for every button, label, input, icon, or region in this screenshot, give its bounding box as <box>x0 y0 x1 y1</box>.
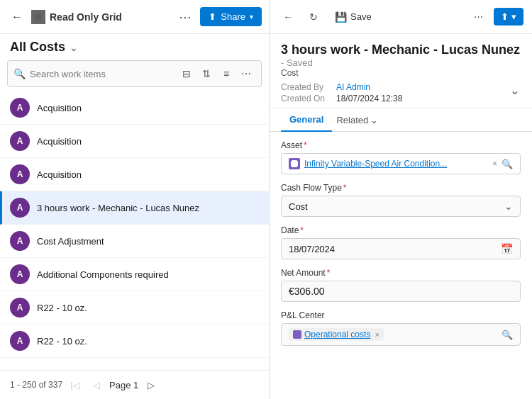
item-label: R22 - 10 oz. <box>37 336 87 347</box>
asset-required: * <box>304 140 307 150</box>
page-title: Read Only Grid <box>50 11 172 23</box>
item-label: Acquisition <box>37 169 82 180</box>
record-saved-badge: - Saved <box>281 57 313 68</box>
avatar: A <box>10 331 30 351</box>
search-bar: 🔍 ⊟ ⇅ ≡ ⋯ <box>7 60 262 87</box>
search-input[interactable] <box>30 69 173 79</box>
toolbar-icons: ⊟ ⇅ ≡ ⋯ <box>177 64 255 83</box>
page-label: Page 1 <box>109 380 138 390</box>
item-label: 3 hours work - Mechanic - Lucas Nunez <box>37 203 199 213</box>
list-item[interactable]: A Acquisition <box>0 125 269 158</box>
item-label: Acquisition <box>37 136 82 147</box>
list-item[interactable]: A Acquisition <box>0 91 269 125</box>
save-label: Save <box>350 11 372 22</box>
search-icon: 🔍 <box>13 68 26 79</box>
next-page-button[interactable]: ▷ <box>143 376 160 393</box>
cash-flow-type-value[interactable]: Cost ⌄ <box>281 196 521 217</box>
list-item[interactable]: A R22 - 10 oz. <box>0 325 269 358</box>
prev-page-button[interactable]: ◁ <box>88 376 105 393</box>
save-icon: 💾 <box>335 11 347 23</box>
pl-tag-text[interactable]: Operational costs <box>304 330 370 339</box>
avatar: A <box>10 298 30 317</box>
calendar-icon[interactable]: 📅 <box>501 243 513 254</box>
filter-button[interactable]: ⊟ <box>177 64 196 83</box>
right-more-button[interactable]: ⋯ <box>468 7 488 27</box>
created-on-row: Created On 18/07/2024 12:38 <box>281 94 402 103</box>
asset-value[interactable]: Infinity Variable-Speed Air Condition...… <box>281 153 521 174</box>
grid-icon: ⊞ <box>31 10 45 24</box>
asset-field: Asset* Infinity Variable-Speed Air Condi… <box>281 140 521 174</box>
cash-flow-type-text: Cost <box>289 201 308 212</box>
created-on-label: Created On <box>281 94 332 103</box>
pl-tag-clear-button[interactable]: × <box>375 330 379 339</box>
item-label: Cost Adjustment <box>37 236 104 247</box>
sort-button[interactable]: ⇅ <box>197 64 216 83</box>
created-by-row: Created By AI Admin <box>281 82 402 92</box>
tab-general[interactable]: General <box>281 108 332 132</box>
list-item[interactable]: A Additional Components required <box>0 258 269 291</box>
pl-center-value[interactable]: Operational costs × 🔍 <box>281 323 521 346</box>
date-label: Date* <box>281 225 521 235</box>
net-amount-value[interactable]: €306.00 <box>281 281 521 302</box>
record-header: 3 hours work - Mechanic - Lucas Nunez - … <box>270 34 532 108</box>
share-icon: ⬆ <box>209 11 216 22</box>
meta-fields: Created By AI Admin Created On 18/07/202… <box>281 82 402 103</box>
net-amount-text: €306.00 <box>289 286 325 297</box>
list-items: A Acquisition A Acquisition A Acquisitio… <box>0 91 269 370</box>
tabs: General Related ⌄ <box>270 108 532 132</box>
right-panel: ← ↻ 💾 Save ⋯ ⬆ ▾ 3 hours work - Mechanic… <box>270 0 532 399</box>
asset-text[interactable]: Infinity Variable-Speed Air Condition... <box>304 159 488 169</box>
save-button[interactable]: 💾 Save <box>329 9 377 26</box>
asset-label: Asset* <box>281 140 521 150</box>
back-button[interactable]: ← <box>7 7 27 27</box>
avatar: A <box>10 231 30 251</box>
first-page-button[interactable]: |◁ <box>67 376 84 393</box>
pl-center-label: P&L Center <box>281 310 521 320</box>
date-required: * <box>300 225 304 235</box>
net-amount-required: * <box>327 268 331 278</box>
list-header: All Costs ⌄ <box>0 34 269 57</box>
created-by-value[interactable]: AI Admin <box>336 82 370 92</box>
date-field: Date* 18/07/2024 📅 <box>281 225 521 259</box>
tab-related[interactable]: Related ⌄ <box>332 109 382 131</box>
item-label: R22 - 10 oz. <box>37 303 87 313</box>
asset-clear-button[interactable]: × <box>492 159 497 169</box>
asset-icon <box>289 158 300 169</box>
cash-flow-type-label: Cash Flow Type* <box>281 183 521 193</box>
list-item[interactable]: A R22 - 10 oz. <box>0 291 269 325</box>
pl-tag: Operational costs × <box>289 328 384 341</box>
date-value[interactable]: 18/07/2024 📅 <box>281 238 521 259</box>
more-options-button[interactable]: ⋯ <box>176 7 196 27</box>
list-item[interactable]: A 3 hours work - Mechanic - Lucas Nunez <box>0 191 269 225</box>
tab-related-chevron-icon: ⌄ <box>370 115 378 125</box>
avatar: A <box>10 264 30 284</box>
avatar: A <box>10 164 30 184</box>
pl-center-search-button[interactable]: 🔍 <box>501 330 513 340</box>
created-by-label: Created By <box>281 82 332 92</box>
right-refresh-button[interactable]: ↻ <box>304 7 323 27</box>
right-top-bar: ← ↻ 💾 Save ⋯ ⬆ ▾ <box>270 0 532 34</box>
expand-button[interactable]: ⌄ <box>509 82 521 99</box>
export-button[interactable]: ⬆ ▾ <box>494 8 523 26</box>
created-on-value: 18/07/2024 12:38 <box>336 94 402 103</box>
cash-flow-required: * <box>343 183 347 193</box>
net-amount-field: Net Amount* €306.00 <box>281 268 521 302</box>
right-back-button[interactable]: ← <box>278 7 298 27</box>
asset-search-button[interactable]: 🔍 <box>501 159 513 169</box>
list-title-chevron-icon[interactable]: ⌄ <box>70 42 78 53</box>
form-body: Asset* Infinity Variable-Speed Air Condi… <box>270 132 532 399</box>
more-toolbar-button[interactable]: ⋯ <box>237 64 255 83</box>
record-meta: Created By AI Admin Created On 18/07/202… <box>281 82 521 103</box>
avatar: A <box>10 198 30 218</box>
list-item[interactable]: A Acquisition <box>0 158 269 191</box>
share-button[interactable]: ⬆ Share ▾ <box>200 7 262 26</box>
record-type: Cost <box>281 68 521 78</box>
list-item[interactable]: A Cost Adjustment <box>0 225 269 258</box>
list-view-button[interactable]: ≡ <box>217 64 235 83</box>
pagination: 1 - 250 of 337 |◁ ◁ Page 1 ▷ <box>0 370 269 399</box>
date-text: 18/07/2024 <box>289 244 335 254</box>
net-amount-label: Net Amount* <box>281 268 521 278</box>
avatar: A <box>10 131 30 151</box>
avatar: A <box>10 98 30 118</box>
item-label: Acquisition <box>37 103 82 113</box>
